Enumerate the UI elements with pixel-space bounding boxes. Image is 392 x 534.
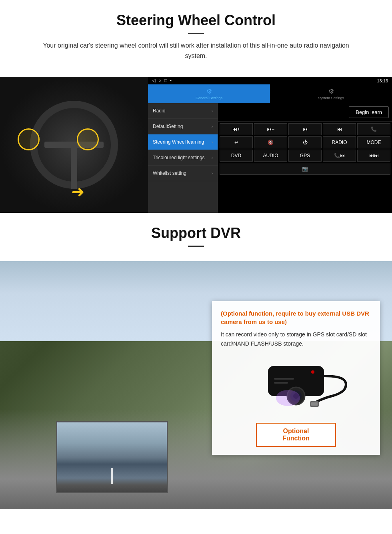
- nav-home-icon[interactable]: ○: [158, 78, 161, 83]
- arrow-indicator: ➜: [71, 182, 85, 201]
- control-buttons-area: ⏮+ ⏮− ⏮ ⏭ 📞 ↩ 🔇 ⏻ RADIO MODE: [218, 122, 392, 176]
- dvr-preview-inner: [57, 422, 167, 492]
- menu-whitelist-label: Whitelist setting: [153, 170, 186, 176]
- menu-item-tricoloured[interactable]: Tricoloured light settings ›: [148, 150, 218, 166]
- ctrl-btn-prev[interactable]: ⏮: [288, 123, 322, 135]
- chevron-right-icon: ›: [212, 140, 213, 144]
- ctrl-btn-row-1: ⏮+ ⏮− ⏮ ⏭ 📞: [220, 123, 390, 135]
- ctrl-btn-next[interactable]: ⏭: [323, 123, 356, 135]
- menu-item-default-setting[interactable]: DefaultSetting ›: [148, 119, 218, 134]
- steering-subtitle: Your original car's steering wheel contr…: [32, 40, 360, 61]
- begin-learn-button[interactable]: Begin learn: [349, 106, 389, 118]
- menu-radio-label: Radio: [153, 108, 165, 114]
- android-tabs: ⚙ General Settings ⚙ System Settings: [148, 84, 392, 103]
- dvr-camera-image: [221, 354, 371, 418]
- ctrl-btn-audio[interactable]: AUDIO: [254, 150, 287, 162]
- svg-point-4: [311, 370, 314, 374]
- android-content-area: Begin learn ⏮+ ⏮− ⏮ ⏭ 📞 ↩ 🔇 ⏻: [218, 103, 392, 213]
- ctrl-btn-row-4: 📷: [220, 163, 390, 175]
- steering-wheel-bg: ➜: [0, 77, 148, 213]
- ctrl-btn-mode[interactable]: MODE: [357, 136, 390, 148]
- nav-menu-icon[interactable]: ▪: [170, 78, 172, 83]
- svg-rect-5: [274, 378, 294, 380]
- dvr-info-card: (Optional function, require to buy exter…: [212, 301, 380, 455]
- android-main-content: Radio › DefaultSetting › Steering Wheel …: [148, 103, 392, 213]
- steering-wheel-circle: [30, 101, 118, 189]
- ctrl-btn-next-next[interactable]: ⏭⏭: [357, 150, 390, 162]
- ctrl-btn-vol-up[interactable]: ⏮+: [220, 123, 253, 135]
- ctrl-btn-dvd[interactable]: DVD: [220, 150, 253, 162]
- svg-rect-8: [311, 402, 318, 406]
- nav-back-icon[interactable]: ◁: [152, 78, 155, 83]
- svg-point-9: [276, 390, 300, 406]
- chevron-right-icon: ›: [212, 109, 213, 113]
- system-icon: ⚙: [328, 88, 334, 95]
- chevron-right-icon: ›: [212, 124, 213, 129]
- ctrl-btn-vol-down[interactable]: ⏮−: [254, 123, 287, 135]
- ctrl-btn-radio[interactable]: RADIO: [323, 136, 356, 148]
- dvr-section: Support DVR (Optional function, require …: [0, 213, 392, 509]
- road-center-line: [111, 468, 113, 484]
- menu-item-steering[interactable]: Steering Wheel learning ›: [148, 134, 218, 150]
- status-nav: ◁ ○ □ ▪: [152, 78, 172, 83]
- menu-default-label: DefaultSetting: [153, 124, 183, 129]
- android-menu: Radio › DefaultSetting › Steering Wheel …: [148, 103, 218, 213]
- menu-item-whitelist[interactable]: Whitelist setting ›: [148, 166, 218, 181]
- tab-system-label: System Settings: [318, 96, 344, 100]
- ctrl-btn-camera[interactable]: 📷: [220, 163, 390, 175]
- ctrl-btn-mute[interactable]: 🔇: [254, 136, 287, 148]
- menu-steering-label: Steering Wheel learning: [153, 139, 204, 145]
- tab-system-settings[interactable]: ⚙ System Settings: [270, 84, 392, 103]
- dvr-optional-text: (Optional function, require to buy exter…: [221, 309, 371, 326]
- nav-square-icon[interactable]: □: [164, 78, 167, 83]
- dvr-title: Support DVR: [0, 225, 392, 242]
- ctrl-btn-back[interactable]: ↩: [220, 136, 253, 148]
- android-status-bar: ◁ ○ □ ▪ 13:13: [148, 77, 392, 84]
- steering-content-area: ➜ ◁ ○ □ ▪ 13:13 ⚙ General Settings ⚙ Sys…: [0, 77, 392, 213]
- gear-icon: ⚙: [206, 88, 212, 95]
- begin-learn-area: Begin learn: [218, 103, 392, 122]
- title-divider: [188, 33, 204, 34]
- chevron-right-icon: ›: [212, 156, 213, 160]
- dvr-title-divider: [188, 246, 204, 247]
- menu-item-radio[interactable]: Radio ›: [148, 103, 218, 119]
- steering-section: Steering Wheel Control Your original car…: [0, 0, 392, 77]
- dvr-preview-small: [56, 421, 168, 493]
- ctrl-btn-power[interactable]: ⏻: [288, 136, 322, 148]
- dvr-description: It can record video only to storage in G…: [221, 330, 371, 348]
- tab-general-label: General Settings: [196, 96, 222, 100]
- steering-photo: ➜: [0, 77, 148, 213]
- tab-general-settings[interactable]: ⚙ General Settings: [148, 84, 270, 103]
- svg-rect-6: [274, 382, 288, 384]
- status-time: 13:13: [377, 78, 388, 83]
- optional-function-button[interactable]: Optional Function: [256, 423, 336, 447]
- android-ui-panel: ◁ ○ □ ▪ 13:13 ⚙ General Settings ⚙ Syste…: [148, 77, 392, 213]
- dvr-background-image: (Optional function, require to buy exter…: [0, 261, 392, 509]
- menu-tricoloured-label: Tricoloured light settings: [153, 155, 205, 160]
- dvr-title-area: Support DVR: [0, 213, 392, 261]
- steering-title: Steering Wheel Control: [16, 12, 376, 29]
- chevron-right-icon: ›: [212, 171, 213, 176]
- ctrl-btn-phone-prev[interactable]: 📞⏮: [323, 150, 356, 162]
- ctrl-btn-row-3: DVD AUDIO GPS 📞⏮ ⏭⏭: [220, 150, 390, 162]
- ctrl-btn-phone[interactable]: 📞: [357, 123, 390, 135]
- ctrl-btn-gps[interactable]: GPS: [288, 150, 322, 162]
- dvr-camera-svg: [236, 358, 356, 414]
- ctrl-btn-row-2: ↩ 🔇 ⏻ RADIO MODE: [220, 136, 390, 148]
